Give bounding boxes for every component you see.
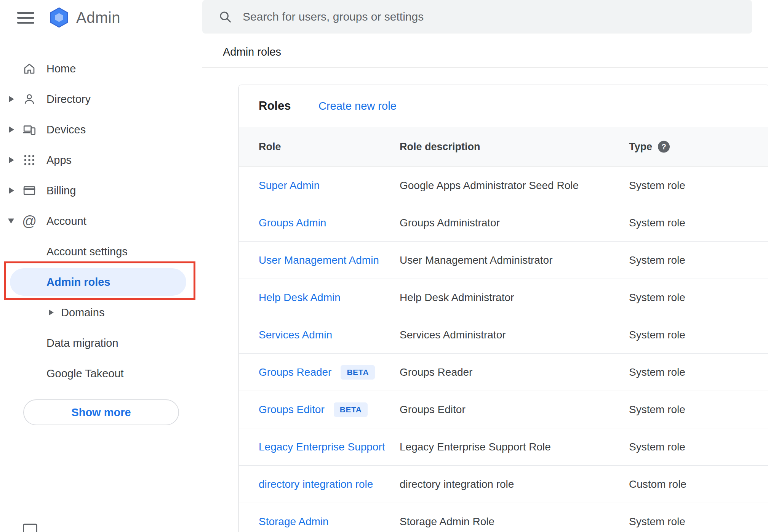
search-bar[interactable] [202,0,752,34]
table-row: User Management Admin User Management Ad… [239,242,768,279]
table-row: Groups Reader BETA Groups Reader System … [239,354,768,391]
beta-badge: BETA [334,402,368,417]
home-icon [22,61,37,76]
role-type: Custom role [629,478,686,490]
sidebar-item-home[interactable]: Home [0,53,202,84]
role-description: User Management Administrator [400,254,553,266]
sidebar-item-label: Billing [46,184,76,197]
role-type: System role [629,292,685,304]
column-header-description: Role description [400,141,480,153]
role-type: System role [629,179,685,192]
role-link[interactable]: Groups Admin [259,217,326,229]
main-content: Admin roles Roles Create new role Role R… [202,0,768,532]
expand-right-icon[interactable] [49,309,54,316]
role-link[interactable]: Legacy Enterprise Support [259,441,385,453]
role-description: Groups Editor [400,404,466,416]
sidebar-nav: Home Directory Devices [0,53,202,425]
credit-card-icon [22,183,37,198]
apps-grid-icon [22,153,37,167]
table-row: directory integration role directory int… [239,466,768,503]
brand-row: Admin [0,0,120,35]
role-link[interactable]: Services Admin [259,329,332,341]
roles-card-title: Roles [259,99,291,113]
person-icon [22,92,37,106]
table-header-row: Role Role description Type ? [239,127,768,167]
table-row: Services Admin Services Administrator Sy… [239,316,768,354]
role-description: Services Administrator [400,329,506,341]
at-sign-icon: @ [22,214,37,228]
table-row: Super Admin Google Apps Administrator Se… [239,167,768,204]
column-header-type: Type [629,141,652,153]
sidebar-item-data-migration[interactable]: Data migration [0,328,202,358]
beta-badge: BETA [341,365,375,380]
sidebar-item-directory[interactable]: Directory [0,84,202,114]
expand-down-icon[interactable] [8,219,14,224]
sidebar-item-devices[interactable]: Devices [0,114,202,145]
sidebar-item-google-takeout[interactable]: Google Takeout [0,358,202,389]
table-row: Groups Editor BETA Groups Editor System … [239,391,768,428]
role-type: System role [629,366,685,378]
role-description: Groups Reader [400,366,472,378]
page-title: Admin roles [223,46,281,58]
role-link[interactable]: Super Admin [259,179,320,192]
partial-bottom-icon [23,524,37,532]
role-type: System role [629,217,685,229]
sidebar-item-label: Home [46,62,76,75]
create-new-role-link[interactable]: Create new role [318,100,397,112]
role-description: Storage Admin Role [400,516,494,528]
expand-right-icon[interactable] [9,187,14,194]
role-type: System role [629,516,685,528]
sidebar-item-label: Data migration [46,337,118,349]
search-input[interactable] [243,10,741,23]
expand-right-icon[interactable] [9,157,14,163]
sidebar: Admin Home Directory Devices [0,0,202,532]
role-type: System role [629,404,685,416]
app-title: Admin [76,9,120,26]
sidebar-item-apps[interactable]: Apps [0,145,202,175]
header-divider [202,67,768,68]
help-icon[interactable]: ? [658,141,670,153]
sidebar-item-domains[interactable]: Domains [0,297,202,328]
role-type: System role [629,441,685,453]
role-link[interactable]: Groups Editor [259,404,325,416]
search-icon [218,10,232,24]
role-type: System role [629,254,685,266]
admin-logo-icon [48,6,70,29]
column-header-role: Role [259,141,281,153]
sidebar-item-account[interactable]: @ Account [0,206,202,236]
sidebar-item-label: Directory [46,93,91,106]
role-description: Help Desk Administrator [400,292,514,304]
role-description: Legacy Enterprise Support Role [400,441,551,453]
sidebar-item-label: Google Takeout [46,367,124,380]
expand-right-icon[interactable] [9,96,14,102]
menu-hamburger-icon[interactable] [17,12,34,24]
role-link[interactable]: directory integration role [259,478,373,490]
devices-icon [22,122,37,137]
sidebar-item-label: Account settings [46,245,128,258]
role-description: directory integration role [400,478,514,490]
show-more-button[interactable]: Show more [23,399,179,425]
role-link[interactable]: Groups Reader [259,366,331,378]
role-link[interactable]: Storage Admin [259,516,329,528]
sidebar-item-label: Devices [46,123,86,136]
sidebar-item-billing[interactable]: Billing [0,175,202,206]
sidebar-item-label: Domains [61,306,104,319]
sidebar-item-label: Admin roles [46,276,110,288]
expand-right-icon[interactable] [9,127,14,133]
table-row: Legacy Enterprise Support Legacy Enterpr… [239,428,768,466]
role-type: System role [629,329,685,341]
roles-card-header: Roles Create new role [239,85,768,127]
sidebar-item-label: Account [46,215,86,228]
role-link[interactable]: Help Desk Admin [259,292,341,304]
role-description: Groups Administrator [400,217,500,229]
role-description: Google Apps Administrator Seed Role [400,179,579,192]
sidebar-item-account-settings[interactable]: Account settings [0,236,202,267]
sidebar-item-admin-roles[interactable]: Admin roles [0,267,202,297]
table-row: Groups Admin Groups Administrator System… [239,204,768,242]
table-row: Help Desk Admin Help Desk Administrator … [239,279,768,316]
sidebar-item-label: Apps [46,154,72,167]
role-link[interactable]: User Management Admin [259,254,379,266]
table-row: Storage Admin Storage Admin Role System … [239,503,768,532]
roles-card: Roles Create new role Role Role descript… [238,85,768,532]
